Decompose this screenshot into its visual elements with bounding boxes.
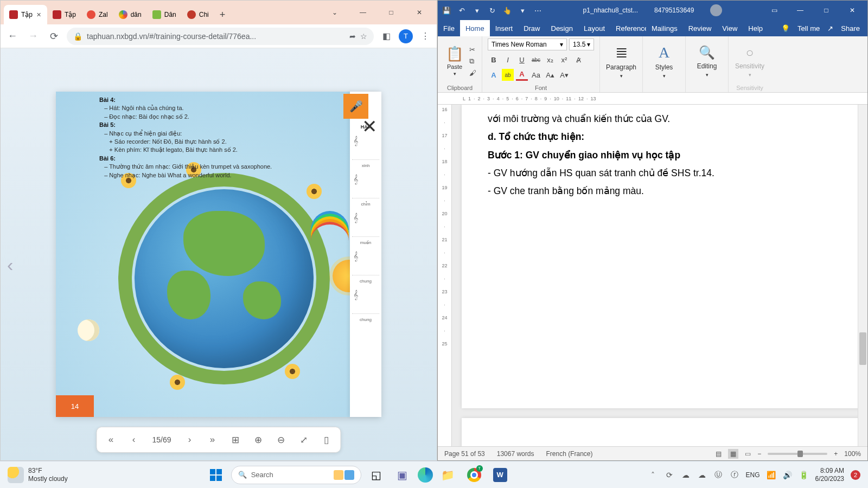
strike-button[interactable]: abc xyxy=(530,54,542,66)
word-count[interactable]: 13067 words xyxy=(497,450,534,458)
tab-draw[interactable]: Draw xyxy=(518,20,545,36)
maximize-button[interactable]: □ xyxy=(814,2,838,18)
zoom-out-button[interactable]: ⊖ xyxy=(275,433,288,446)
clear-format-button[interactable]: A̷ xyxy=(572,54,584,66)
horizontal-ruler[interactable]: L 1 · 2 · 3 · 4 · 5 · 6 · 7 · 8 · 9 · 10… xyxy=(438,93,867,105)
view-read-button[interactable]: ▤ xyxy=(716,450,722,458)
scrollbar-thumb[interactable] xyxy=(859,332,866,365)
tray-overflow-button[interactable]: ˄ xyxy=(648,470,658,480)
tab-2[interactable]: Zal xyxy=(81,5,113,24)
wifi-icon[interactable]: 📶 xyxy=(767,470,776,480)
account-avatar-icon[interactable] xyxy=(710,4,722,16)
doc-line[interactable]: Bước 1: GV chuyển giao nhiệm vụ học tập xyxy=(488,146,849,164)
tab-home[interactable]: Home xyxy=(460,20,490,36)
touch-mode-button[interactable]: 👆 xyxy=(502,5,513,16)
language-indicator[interactable]: French (France) xyxy=(546,450,592,458)
format-painter-button[interactable]: 🖌 xyxy=(469,69,476,77)
qat-more[interactable]: ⋯ xyxy=(532,5,543,16)
first-page-button[interactable]: « xyxy=(104,433,117,446)
chrome-menu-button[interactable]: ⋮ xyxy=(418,29,432,43)
forward-button[interactable]: → xyxy=(25,29,41,44)
document-canvas[interactable]: với môi trường và chuẩn kiến thức của GV… xyxy=(452,105,867,446)
minimize-button[interactable]: — xyxy=(788,2,812,18)
page-indicator[interactable]: Page 51 of 53 xyxy=(444,450,485,458)
qat-dropdown[interactable]: ▾ xyxy=(471,5,482,16)
grow-font-button[interactable]: A▴ xyxy=(544,69,556,81)
redo-button[interactable]: ↻ xyxy=(487,5,497,16)
close-window-button[interactable]: ✕ xyxy=(840,2,864,18)
styles-button[interactable]: AStyles▾ xyxy=(648,44,680,79)
document-page-next[interactable] xyxy=(462,418,867,446)
tab-search-button[interactable]: ⌄ xyxy=(321,2,349,23)
volume-icon[interactable]: 🔊 xyxy=(783,470,793,480)
new-tab-button[interactable]: + xyxy=(214,5,231,24)
highlight-button[interactable]: ab xyxy=(502,69,514,81)
tab-mailings[interactable]: Mailings xyxy=(646,20,683,36)
italic-button[interactable]: I xyxy=(502,54,514,66)
superscript-button[interactable]: x² xyxy=(558,54,570,66)
tray-r-icon[interactable]: ⓡ xyxy=(730,470,739,480)
tab-references[interactable]: References xyxy=(610,20,646,36)
zoom-in-button[interactable]: + xyxy=(834,450,838,458)
save-button[interactable]: 💾 xyxy=(441,5,452,16)
cut-button[interactable]: ✂ xyxy=(469,46,476,54)
battery-icon[interactable]: 🔋 xyxy=(799,470,809,480)
subscript-button[interactable]: x₂ xyxy=(544,54,556,66)
grid-view-button[interactable]: ⊞ xyxy=(229,433,242,446)
qat-dropdown-2[interactable]: ▾ xyxy=(517,5,528,16)
zoom-in-button[interactable]: ⊕ xyxy=(252,433,265,446)
start-button[interactable] xyxy=(205,464,227,486)
tab-3[interactable]: dân xyxy=(113,5,147,24)
paragraph-button[interactable]: ≣Paragraph▾ xyxy=(605,43,637,79)
taskbar-app-word[interactable]: W xyxy=(489,464,511,486)
text-effects-button[interactable]: A xyxy=(488,69,500,81)
minimize-button[interactable]: — xyxy=(349,2,377,23)
book-prev-big[interactable]: ‹ xyxy=(7,254,13,275)
maximize-button[interactable]: □ xyxy=(377,2,405,23)
tab-layout[interactable]: Layout xyxy=(578,20,610,36)
taskbar-app-edge[interactable] xyxy=(418,467,433,483)
tab-file[interactable]: File xyxy=(438,20,460,36)
weather-widget[interactable]: 83°FMostly cloudy xyxy=(8,467,68,483)
sidepanel-button[interactable]: ◧ xyxy=(379,29,393,43)
copy-button[interactable]: ⧉ xyxy=(469,57,476,66)
taskbar-search[interactable]: 🔍 Search xyxy=(231,466,361,484)
last-page-button[interactable]: » xyxy=(206,433,219,446)
prev-page-button[interactable]: ‹ xyxy=(127,433,140,446)
share-button[interactable]: Share xyxy=(841,24,860,33)
zoom-level[interactable]: 100% xyxy=(844,450,861,458)
vertical-ruler[interactable]: 16·17·18·19·20·21·22·23·24·25 xyxy=(438,105,452,446)
doc-line[interactable]: - GV che tranh bằng bốn mảng màu. xyxy=(488,182,849,200)
underline-button[interactable]: U xyxy=(516,54,528,66)
doc-line[interactable]: d. Tổ chức thực hiện: xyxy=(488,128,849,146)
tray-onedrive-icon[interactable]: ☁ xyxy=(681,470,691,480)
tab-1[interactable]: Tập xyxy=(47,5,81,24)
bookmark-icon[interactable]: ☆ xyxy=(360,32,367,41)
tray-cloud-icon[interactable]: ☁ xyxy=(697,470,707,480)
doc-line[interactable]: với môi trường và chuẩn kiến thức của GV… xyxy=(488,110,849,128)
tray-u-icon[interactable]: Ⓤ xyxy=(713,470,723,480)
font-color-button[interactable]: A xyxy=(516,69,528,81)
tab-insert[interactable]: Insert xyxy=(490,20,519,36)
document-page[interactable]: với môi trường và chuẩn kiến thức của GV… xyxy=(462,105,867,408)
taskbar-clock[interactable]: 8:09 AM 6/20/2023 xyxy=(815,467,844,483)
reload-button[interactable]: ⟳ xyxy=(46,29,61,44)
taskbar-app-chrome[interactable]: T xyxy=(463,464,485,486)
close-overlay-button[interactable]: ✕ xyxy=(362,115,377,137)
editing-button[interactable]: 🔍Editing▾ xyxy=(691,45,723,78)
fit-button[interactable]: ⤢ xyxy=(297,433,310,446)
close-icon[interactable]: ✕ xyxy=(36,11,42,18)
doc-line[interactable]: - GV hướng dẫn HS quan sát tranh chủ đề … xyxy=(488,164,849,182)
font-name-select[interactable]: Times New Roman▾ xyxy=(488,38,567,50)
tellme-button[interactable]: Tell me xyxy=(797,24,820,33)
single-page-button[interactable]: ▯ xyxy=(320,433,333,446)
taskbar-app-chat[interactable]: ▣ xyxy=(392,464,413,486)
notification-button[interactable]: 2 xyxy=(851,470,860,480)
tellme-icon[interactable]: 💡 xyxy=(781,24,790,33)
tab-4[interactable]: Dân xyxy=(147,5,182,24)
tray-language[interactable]: ENG xyxy=(746,471,760,479)
tab-0[interactable]: Tập ✕ xyxy=(4,5,47,24)
shrink-font-button[interactable]: A▾ xyxy=(558,69,570,81)
tab-view[interactable]: View xyxy=(717,20,743,36)
bold-button[interactable]: B xyxy=(488,54,500,66)
